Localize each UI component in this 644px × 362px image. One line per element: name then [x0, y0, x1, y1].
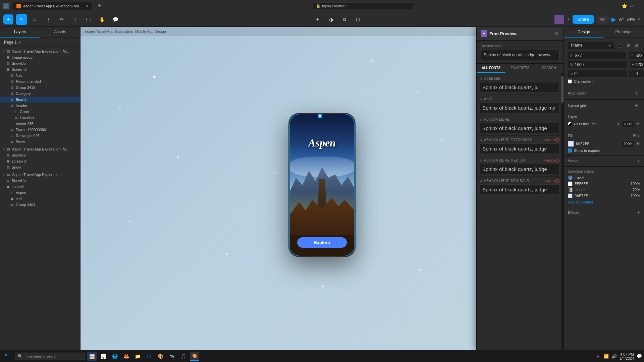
eye-icon[interactable]: 👁	[636, 122, 640, 126]
share-button[interactable]: Share	[573, 15, 594, 24]
layer-item[interactable]: ▤ Nav	[0, 72, 80, 78]
abhaya-med-preview[interactable]: Sphinx of black quartz, judge	[479, 164, 559, 174]
tab-assets[interactable]: Assets	[40, 27, 80, 38]
canvas-area[interactable]: Aspen Travel App Exploration- Mobile App…	[80, 27, 564, 350]
layer-item[interactable]: T Greet	[0, 109, 80, 115]
fp-tab-all[interactable]: ALL FONTS	[477, 64, 505, 73]
frame-icon-mobile[interactable]: 📱	[616, 42, 624, 49]
abeezee-star[interactable]: ☆	[479, 76, 483, 81]
corner-input[interactable]	[636, 71, 644, 76]
taskbar-app-files[interactable]: 📁	[133, 352, 142, 361]
layer-item[interactable]: ▤ Snow	[0, 139, 80, 145]
tool-style[interactable]: ✦	[313, 15, 322, 24]
tool-share-assets[interactable]: ⧉	[340, 15, 349, 24]
fill-opacity[interactable]	[622, 140, 634, 147]
font-button[interactable]: Aᴬ	[619, 17, 624, 22]
layer-item[interactable]: ▣ Image group	[0, 54, 80, 60]
fp-preview-input[interactable]	[481, 50, 559, 60]
zoom-level[interactable]: 64%	[627, 17, 635, 22]
show-in-exports-checkbox[interactable]	[568, 148, 572, 153]
taskbar-app-chrome[interactable]: 🌐	[110, 352, 119, 361]
network-icon[interactable]: 📶	[603, 354, 609, 359]
tab-add-button[interactable]: +	[95, 2, 103, 10]
layer-item[interactable]: ▤ SnowUp	[0, 60, 80, 66]
layer-item[interactable]: ▤ Category	[0, 90, 80, 97]
fill-grid-icon[interactable]: ⊞	[633, 133, 636, 138]
layer-item[interactable]: ▤ Location	[0, 115, 80, 121]
fill-color-swatch[interactable]	[568, 141, 574, 147]
stroke-add[interactable]: +	[637, 158, 640, 164]
phone-mockup[interactable]: Aspen Explore	[288, 113, 356, 257]
taskbar-app-music[interactable]: 🎵	[178, 352, 188, 361]
notification-icon[interactable]: 💬	[637, 354, 642, 359]
fill-eye-icon[interactable]: 👁	[636, 141, 640, 146]
tab-active[interactable]: Aspen Travel App Exploration- Mo... ✕	[12, 2, 93, 10]
frame-icon-desktop[interactable]: 🖥	[625, 42, 632, 49]
play-button[interactable]: ▶	[611, 16, 616, 23]
layout-grid-add[interactable]: +	[633, 102, 640, 109]
abel-star[interactable]: ☆	[479, 97, 483, 101]
color3-swatch[interactable]	[568, 187, 573, 192]
abhaya-eb-star[interactable]: ☆	[479, 138, 483, 142]
abhaya-preview[interactable]: Sphinx of black quartz, judge	[479, 123, 559, 133]
tool-components[interactable]: ⋮⋮	[83, 14, 94, 25]
layer-item[interactable]: ▤ ▤ Aspen Travel App Exploration...	[0, 172, 80, 178]
layer-item[interactable]: ▤ ▤ Aspen Travel App Exploration- M...	[0, 146, 80, 152]
clock[interactable]: 4:07 PM 1/4/2024	[620, 352, 634, 360]
tool-comment[interactable]: 💬	[110, 14, 121, 25]
color4-swatch[interactable]	[568, 193, 573, 198]
color2-swatch[interactable]	[568, 181, 573, 186]
layer-item[interactable]: ▤ Recommended	[0, 78, 80, 84]
system-tray-icon1[interactable]: 🔺	[595, 354, 601, 359]
taskbar-search[interactable]: 🔍 Type here to search	[15, 353, 85, 360]
fill-add-icon[interactable]: +	[637, 133, 640, 138]
abel-preview[interactable]: Sphinx of black quartz, judge my	[479, 103, 559, 113]
tool-preview[interactable]: ◑	[326, 15, 336, 24]
h-input[interactable]	[636, 62, 644, 67]
layer-item[interactable]: ▣ Screen 2	[0, 66, 80, 72]
tool-frame[interactable]: □	[30, 14, 40, 25]
fp-tab-favorites[interactable]: FAVORITES	[505, 64, 534, 73]
layer-item[interactable]: ▤ Search	[0, 97, 80, 103]
layer-item[interactable]: ▤ header	[0, 103, 80, 109]
taskbar-app-figma[interactable]: 🎨	[190, 352, 199, 361]
clip-content-checkbox[interactable]	[568, 79, 572, 83]
layer-item[interactable]: ▤ Snow	[0, 164, 80, 170]
tool-pen[interactable]: ✏	[56, 14, 67, 25]
effects-add[interactable]: +	[637, 210, 640, 215]
taskbar-app-store[interactable]: 🛍	[167, 352, 176, 361]
tab-layers[interactable]: Layers	[0, 27, 40, 38]
taskbar-app-explorer[interactable]: 🪟	[87, 352, 97, 361]
abhaya-star[interactable]: ☆	[479, 117, 483, 122]
volume-icon[interactable]: 🔊	[611, 354, 617, 359]
start-button[interactable]	[2, 352, 13, 361]
pass-through-pct[interactable]	[622, 121, 634, 127]
taskbar-app-ppt[interactable]: 📊	[99, 352, 108, 361]
layer-item[interactable]: ▤ Group 3404	[0, 202, 80, 208]
tool-hand[interactable]: ✋	[97, 14, 107, 25]
abhaya-semi-star[interactable]: ☆	[479, 179, 483, 183]
tool-move[interactable]: ↖	[16, 14, 27, 25]
right-tab-design[interactable]: Design	[564, 27, 604, 38]
selection-handle-top[interactable]	[318, 114, 322, 118]
w-input[interactable]	[575, 62, 625, 67]
x-input[interactable]	[574, 53, 624, 58]
layer-item[interactable]: T Aspen	[0, 190, 80, 196]
layer-item[interactable]: ▤ Frame 1000000861	[0, 127, 80, 133]
y-input[interactable]	[634, 53, 644, 58]
taskbar-app-firefox[interactable]: 🦊	[121, 352, 131, 361]
taskbar-app-vscode[interactable]: ⬡	[144, 352, 154, 361]
phone-explore-button[interactable]: Explore	[297, 237, 347, 248]
avatar-dropdown[interactable]: ▼	[567, 17, 570, 21]
taskbar-app-paint[interactable]: 🎨	[156, 352, 165, 361]
fp-close-button[interactable]: ✕	[553, 30, 559, 37]
color1-swatch[interactable]	[568, 175, 573, 180]
tab-close-icon[interactable]: ✕	[85, 4, 88, 8]
tool-more[interactable]: ⋮	[43, 14, 54, 25]
abeezee-preview[interactable]: Sphinx of black quartz, ju	[479, 82, 559, 93]
layer-item[interactable]: ▤ Group 3416	[0, 84, 80, 90]
pass-through-dropdown[interactable]: ▼	[617, 122, 620, 126]
layer-item[interactable]: □ Rectangle 995	[0, 133, 80, 139]
page-selector[interactable]: Page 1 ▼	[0, 38, 80, 47]
tool-text[interactable]: T	[70, 14, 80, 25]
